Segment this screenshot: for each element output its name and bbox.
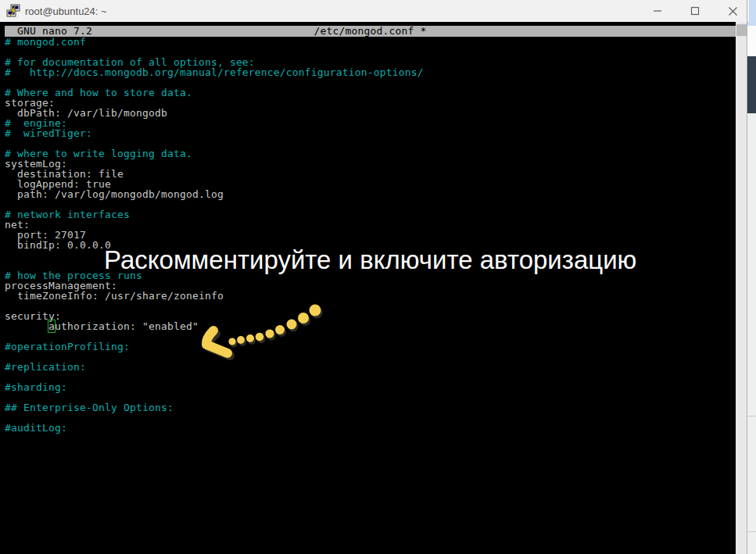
- terminal-screen[interactable]: GNU nano 7.2 /etc/mongod.conf * # mongod…: [0, 22, 736, 554]
- editor-line: dbPath: /var/lib/mongodb: [5, 108, 424, 118]
- nano-cursor: a: [48, 320, 55, 332]
- editor-line: ## Enterprise-Only Options:: [5, 402, 424, 413]
- editor-line: #sharding:: [5, 382, 424, 392]
- maximize-button-icon[interactable]: [690, 5, 700, 16]
- editor-line: # http://docs.mongodb.org/manual/referen…: [5, 67, 424, 77]
- close-button-icon[interactable]: [727, 5, 738, 16]
- window-controls: [652, 0, 738, 22]
- screen: root@ubuntu24: ~ GNU nano 7.2 /etc/mongo…: [0, 0, 756, 554]
- editor-line: [5, 413, 424, 423]
- window-title: root@ubuntu24: ~: [25, 5, 107, 17]
- editor-lines[interactable]: # mongod.conf # for documentation of all…: [5, 37, 424, 433]
- editor-line: # network interfaces: [5, 209, 424, 220]
- annotation-arrow-icon: [195, 297, 332, 367]
- editor-line: [5, 372, 424, 382]
- editor-line: path: /var/log/mongodb/mongod.log: [5, 189, 424, 199]
- editor-line: # wiredTiger:: [5, 128, 424, 138]
- annotation-text: Раскомментируйте и включите авторизацию: [104, 246, 636, 274]
- terminal-scrollbar[interactable]: [736, 22, 747, 554]
- putty-app-icon: [6, 4, 20, 18]
- window-titlebar[interactable]: root@ubuntu24: ~: [0, 0, 749, 22]
- editor-line: # Where and how to store data.: [5, 88, 424, 98]
- scrollbar-thumb[interactable]: [736, 24, 747, 36]
- minimize-button-icon[interactable]: [652, 5, 663, 16]
- editor-line: # where to write logging data.: [5, 148, 424, 159]
- nano-titlebar: GNU nano 7.2 /etc/mongod.conf *: [5, 26, 736, 37]
- nano-filename-label: /etc/mongod.conf *: [5, 26, 736, 37]
- editor-line: # mongod.conf: [5, 37, 424, 47]
- window-right-edge: [747, 0, 747, 554]
- editor-line: #auditLog:: [5, 423, 424, 433]
- terminal-window: root@ubuntu24: ~ GNU nano 7.2 /etc/mongo…: [0, 0, 749, 554]
